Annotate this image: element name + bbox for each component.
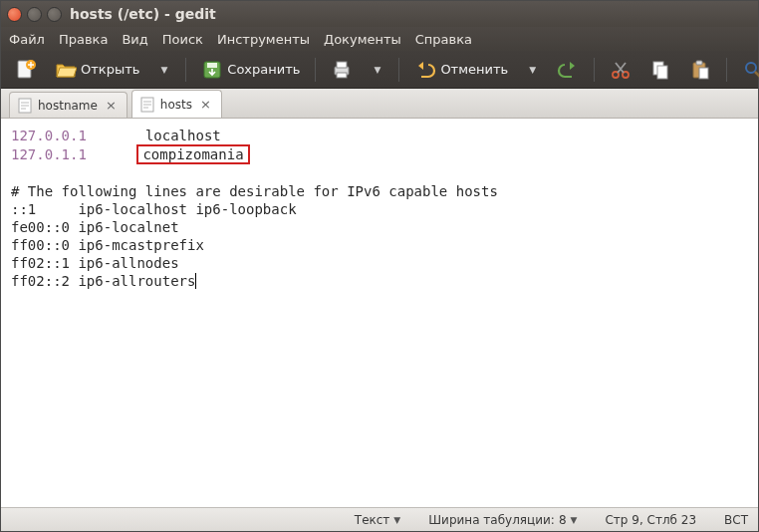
scissors-icon	[610, 59, 632, 81]
chevron-down-icon: ▼	[371, 65, 383, 75]
tab-label: hosts	[160, 98, 192, 112]
save-icon	[201, 59, 223, 81]
svg-rect-3	[207, 63, 217, 68]
open-button[interactable]: Открыть	[49, 56, 145, 84]
window-buttons	[7, 7, 62, 22]
cut-button[interactable]	[604, 56, 637, 84]
tab-label: hostname	[38, 99, 98, 113]
menu-view[interactable]: Вид	[122, 32, 147, 47]
undo-icon	[414, 59, 436, 81]
separator	[398, 58, 399, 82]
window-title: hosts (/etc) - gedit	[70, 6, 216, 22]
syntax-selector[interactable]: Текст ▼	[355, 513, 400, 527]
copy-button[interactable]	[643, 56, 677, 84]
menu-file[interactable]: Файл	[9, 32, 45, 47]
new-file-icon	[15, 59, 37, 81]
editor-area[interactable]: 127.0.0.1 localhost 127.0.1.1 compizoman…	[1, 119, 758, 507]
file-icon	[18, 98, 32, 114]
syntax-label: Текст	[355, 513, 390, 527]
svg-point-14	[746, 63, 756, 73]
separator	[185, 58, 186, 82]
minimize-icon[interactable]	[27, 7, 42, 22]
open-label: Открыть	[81, 62, 139, 77]
tabwidth-label: Ширина табуляции:	[428, 513, 555, 527]
ipv6-line: ff02::2 ip6-allrouters	[11, 273, 195, 289]
undo-button[interactable]: Отменить	[408, 56, 514, 84]
redo-icon	[557, 59, 579, 81]
print-button[interactable]	[325, 56, 359, 84]
svg-rect-12	[696, 61, 702, 65]
maximize-icon[interactable]	[47, 7, 62, 22]
chevron-down-icon: ▼	[526, 65, 539, 75]
hostname-text: localhost	[145, 128, 221, 143]
search-icon	[742, 59, 759, 81]
close-icon[interactable]	[7, 7, 22, 22]
close-icon[interactable]: ×	[198, 97, 213, 112]
tabwidth-selector[interactable]: Ширина табуляции: 8 ▼	[428, 513, 577, 527]
ipv6-line: ff00::0 ip6-mcastprefix	[11, 237, 204, 253]
redo-button[interactable]	[551, 56, 585, 84]
ipv6-line: fe00::0 ip6-localnet	[11, 219, 179, 235]
undo-dropdown[interactable]: ▼	[520, 56, 545, 84]
undo-label: Отменить	[440, 62, 508, 77]
print-dropdown[interactable]: ▼	[365, 56, 389, 84]
svg-rect-13	[699, 68, 708, 79]
open-dropdown[interactable]: ▼	[151, 56, 176, 84]
statusbar: Текст ▼ Ширина табуляции: 8 ▼ Стр 9, Стл…	[1, 507, 758, 531]
save-label: Сохранить	[227, 62, 300, 77]
ip-addr: 127.0.1.1	[11, 146, 87, 162]
new-button[interactable]	[9, 56, 43, 84]
ipv6-line: ff02::1 ip6-allnodes	[11, 255, 179, 271]
svg-rect-6	[337, 73, 347, 78]
chevron-down-icon: ▼	[157, 65, 170, 75]
menu-help[interactable]: Справка	[415, 32, 472, 47]
copy-icon	[649, 59, 671, 81]
print-icon	[331, 59, 353, 81]
paste-icon	[689, 59, 711, 81]
menu-documents[interactable]: Документы	[324, 32, 401, 47]
cursor-position: Стр 9, Стлб 23	[605, 513, 696, 527]
insert-mode: ВСТ	[724, 513, 748, 527]
file-icon	[140, 97, 154, 113]
ip-addr: 127.0.0.1	[11, 128, 87, 143]
svg-rect-5	[337, 62, 347, 68]
save-button[interactable]: Сохранить	[195, 56, 306, 84]
paste-button[interactable]	[683, 56, 717, 84]
gedit-window: hosts (/etc) - gedit Файл Правка Вид Пои…	[0, 0, 759, 532]
menubar: Файл Правка Вид Поиск Инструменты Докуме…	[1, 27, 758, 51]
separator	[726, 58, 727, 82]
separator	[594, 58, 595, 82]
tabbar: hostname × hosts ×	[1, 89, 758, 119]
menu-tools[interactable]: Инструменты	[217, 32, 310, 47]
tab-hosts[interactable]: hosts ×	[131, 90, 222, 118]
text-cursor	[195, 273, 196, 289]
close-icon[interactable]: ×	[104, 98, 119, 113]
find-button[interactable]	[736, 56, 759, 84]
svg-rect-10	[657, 66, 667, 79]
menu-edit[interactable]: Правка	[59, 32, 108, 47]
tab-hostname[interactable]: hostname ×	[9, 92, 127, 118]
comment-line: # The following lines are desirable for …	[11, 183, 498, 199]
tabwidth-value: 8	[559, 513, 567, 527]
highlighted-hostname: compizomania	[136, 144, 249, 164]
toolbar: Открыть ▼ Сохранить ▼ Отменить ▼	[1, 51, 758, 89]
menu-search[interactable]: Поиск	[162, 32, 203, 47]
folder-open-icon	[55, 59, 77, 81]
separator	[315, 58, 316, 82]
titlebar: hosts (/etc) - gedit	[1, 1, 758, 27]
chevron-down-icon: ▼	[571, 515, 578, 525]
ipv6-line: ::1 ip6-localhost ip6-loopback	[11, 201, 297, 217]
chevron-down-icon: ▼	[393, 515, 400, 525]
